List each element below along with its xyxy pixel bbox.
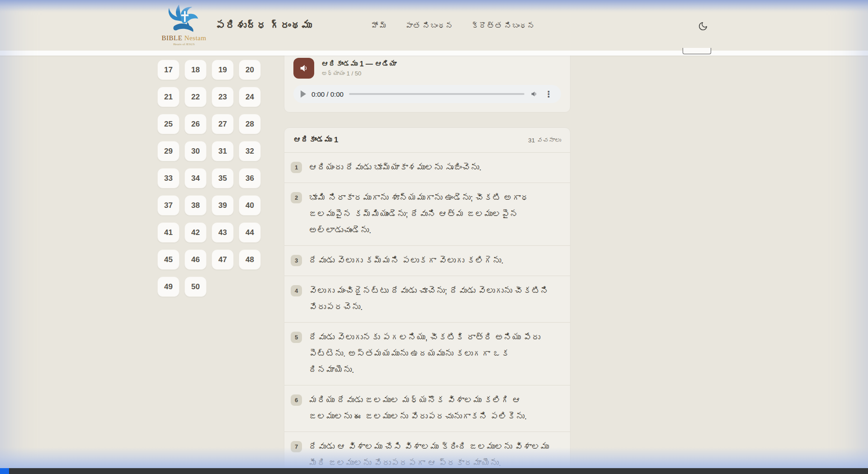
volume-icon[interactable] (530, 90, 538, 98)
chapter-button-26[interactable]: 26 (184, 114, 207, 134)
speaker-icon-box (293, 58, 314, 79)
verse-text: ఆదియందు దేవుడు భూమ్యాకాశములను సృజించెను. (309, 160, 481, 176)
chapter-button-34[interactable]: 34 (184, 168, 207, 188)
dove-cross-hand-logo-icon (163, 3, 205, 36)
chapter-button-33[interactable]: 33 (157, 168, 179, 188)
moon-icon (698, 21, 708, 31)
chapter-button-40[interactable]: 40 (239, 195, 261, 216)
chapter-button-48[interactable]: 48 (239, 249, 261, 270)
overflow-menu-icon[interactable]: ⋮ (543, 90, 554, 99)
chapter-button-20[interactable]: 20 (239, 60, 261, 80)
verse-text: దేవుడు ఆ విశాలము చేసి విశాలము క్రింది జల… (309, 439, 553, 471)
verse-row-4: 4వెలుగు మంచిదైనట్టు దేవుడు చూచెను; దేవుడ… (284, 276, 570, 323)
chapter-button-29[interactable]: 29 (157, 141, 179, 161)
main-nav: హోమ్ పాత నిబంధన క్రొత్త నిబంధన (372, 22, 535, 31)
site-logo[interactable]: BIBLE Nestam Hearts of JESUS (159, 3, 209, 46)
chapter-button-30[interactable]: 30 (184, 141, 207, 161)
chapter-button-23[interactable]: 23 (212, 87, 234, 107)
chapter-button-43[interactable]: 43 (212, 222, 234, 243)
audio-title: ఆదికాండము 1 — ఆడియా (321, 60, 396, 68)
verse-row-6: 6మరియు దేవుడు జలముల మధ్యనొక విశాలము కలిగ… (284, 385, 570, 432)
chapter-button-42[interactable]: 42 (184, 222, 207, 243)
verse-text: వెలుగు మంచిదైనట్టు దేవుడు చూచెను; దేవుడు… (309, 283, 553, 315)
chapter-button-50[interactable]: 50 (184, 277, 207, 297)
chapter-button-35[interactable]: 35 (212, 168, 234, 188)
chapter-button-31[interactable]: 31 (212, 141, 234, 161)
chapter-button-38[interactable]: 38 (184, 195, 207, 216)
verse-row-5: 5దేవుడు వెలుగునకు పగలనియు, చీకటికి రాత్ర… (284, 323, 570, 385)
verse-text: దేవుడు వెలుగునకు పగలనియు, చీకటికి రాత్రి… (309, 329, 553, 378)
brand-name: BIBLE Nestam (159, 34, 209, 42)
brand-tagline: Hearts of JESUS (159, 42, 209, 46)
verse-row-1: 1ఆదియందు దేవుడు భూమ్యాకాశములను సృజించెను… (284, 153, 570, 183)
verse-number-badge: 6 (291, 394, 302, 406)
play-icon[interactable] (301, 90, 306, 98)
chapter-button-46[interactable]: 46 (184, 249, 207, 270)
verse-number-badge: 3 (291, 255, 302, 266)
chapter-button-32[interactable]: 32 (239, 141, 261, 161)
chapter-grid: 1718192021222324252627282930313233343536… (157, 60, 261, 297)
partially-hidden-button[interactable] (683, 48, 711, 54)
nav-item-old-testament[interactable]: పాత నిబంధన (405, 22, 453, 31)
chapter-button-41[interactable]: 41 (157, 222, 179, 243)
nav-item-new-testament[interactable]: క్రొత్త నిబంధన (472, 22, 535, 31)
page: BIBLE Nestam Hearts of JESUS పరిశుద్ధ గ్… (0, 0, 868, 474)
header: BIBLE Nestam Hearts of JESUS పరిశుద్ధ గ్… (0, 0, 868, 51)
chapter-card: ఆదికాండము 1 31 వచనాలు 1ఆదియందు దేవుడు భూ… (284, 127, 571, 474)
verse-text: దేవుడు వెలుగు కమ్మని పలుకగా వెలుగు కలిగె… (309, 253, 504, 269)
page-title: పరిశుద్ధ గ్రంథము (215, 19, 311, 32)
chapter-button-45[interactable]: 45 (157, 249, 179, 270)
main-content: ఆదికాండము 1 — ఆడియా అధ్యాయం 1 / 50 0:00 … (284, 51, 571, 474)
header-divider-strip (0, 51, 868, 56)
verse-text: భూమి నిరాకారముగాను శూన్యముగాను ఉండెను; చ… (309, 190, 553, 239)
taskbar-blue-segment (0, 468, 9, 474)
chapter-button-39[interactable]: 39 (212, 195, 234, 216)
chapter-button-17[interactable]: 17 (157, 60, 179, 80)
verse-row-2: 2భూమి నిరాకారముగాను శూన్యముగాను ఉండెను; … (284, 183, 570, 246)
chapter-button-18[interactable]: 18 (184, 60, 207, 80)
chapter-card-header: ఆదికాండము 1 31 వచనాలు (284, 128, 570, 153)
audio-card: ఆదికాండము 1 — ఆడియా అధ్యాయం 1 / 50 0:00 … (284, 51, 571, 113)
chapter-title: ఆదికాండము 1 (293, 136, 338, 145)
chapter-button-49[interactable]: 49 (157, 277, 179, 297)
audio-time: 0:00 / 0:00 (311, 90, 344, 98)
verse-number-badge: 7 (291, 441, 302, 452)
verse-count-badge: 31 వచనాలు (528, 137, 561, 144)
chapter-button-21[interactable]: 21 (157, 87, 179, 107)
verse-number-badge: 5 (291, 332, 302, 343)
chapter-button-19[interactable]: 19 (212, 60, 234, 80)
speaker-icon (299, 63, 309, 73)
chapter-button-44[interactable]: 44 (239, 222, 261, 243)
audio-subtitle: అధ్యాయం 1 / 50 (321, 70, 396, 77)
chapter-button-27[interactable]: 27 (212, 114, 234, 134)
verse-text: మరియు దేవుడు జలముల మధ్యనొక విశాలము కలిగి… (309, 392, 553, 425)
chapter-button-28[interactable]: 28 (239, 114, 261, 134)
verse-list: 1ఆదియందు దేవుడు భూమ్యాకాశములను సృజించెను… (284, 153, 570, 474)
chapter-button-37[interactable]: 37 (157, 195, 179, 216)
verse-row-3: 3దేవుడు వెలుగు కమ్మని పలుకగా వెలుగు కలిగ… (284, 246, 570, 276)
chapter-button-47[interactable]: 47 (212, 249, 234, 270)
chapter-button-24[interactable]: 24 (239, 87, 261, 107)
nav-item-home[interactable]: హోమ్ (372, 22, 387, 31)
verse-number-badge: 2 (291, 192, 302, 203)
audio-progress-bar[interactable] (349, 93, 524, 95)
taskbar (0, 468, 868, 474)
dark-mode-toggle[interactable] (696, 20, 710, 33)
chapter-button-25[interactable]: 25 (157, 114, 179, 134)
verse-number-badge: 1 (291, 162, 302, 173)
chapter-button-36[interactable]: 36 (239, 168, 261, 188)
chapter-button-22[interactable]: 22 (184, 87, 207, 107)
verse-number-badge: 4 (291, 285, 302, 296)
audio-player[interactable]: 0:00 / 0:00 ⋮ (293, 85, 561, 103)
